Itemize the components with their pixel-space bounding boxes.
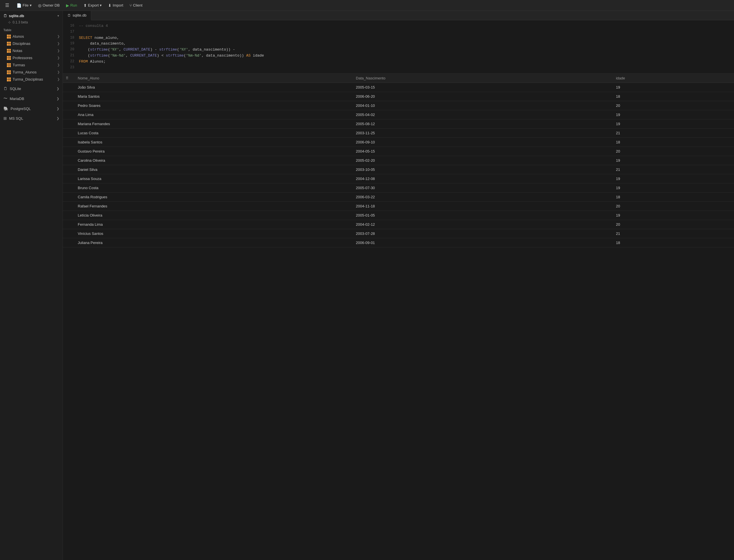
sidebar-sqlite-header[interactable]: 🗒 SQLite ❯: [0, 84, 63, 93]
sidebar-db-sqlitedb[interactable]: 🗒 sqlite.db ▾: [0, 11, 63, 20]
table-grid-icon: [7, 49, 11, 53]
cell-date: 2005-03-15: [351, 83, 611, 92]
cell-name: Juliana Pereira: [73, 238, 351, 247]
table-row: Lucas Costa 2003-11-25 21: [63, 129, 734, 138]
hamburger-icon: ☰: [5, 3, 9, 8]
cell-age: 19: [611, 119, 734, 129]
code-text-23: [79, 65, 81, 71]
ownerdb-menu[interactable]: ◎ Owner DB: [36, 2, 62, 9]
tab-sqlitedb[interactable]: 🗒 sqlite.db: [63, 11, 91, 20]
version-icon: ⊹: [8, 20, 11, 24]
sidebar-mariadb-header[interactable]: 〜 MariaDB ❯: [0, 94, 63, 103]
sidebar-group-mariadb: 〜 MariaDB ❯: [0, 94, 63, 103]
professores-chevron-icon: ❯: [57, 56, 60, 60]
table-row: Fernanda Lima 2004-02-12 20: [63, 220, 734, 229]
cell-rownum: [63, 211, 73, 220]
code-text-19: data_nascimento,: [79, 41, 126, 47]
table-section-label: Table: [0, 27, 63, 33]
cell-date: 2006-09-10: [351, 138, 611, 147]
run-button[interactable]: ▶ Run: [64, 2, 79, 9]
cell-rownum: [63, 156, 73, 165]
table-row: Carolina Oliveira 2005-02-20 19: [63, 156, 734, 165]
ownerdb-icon: ◎: [38, 3, 41, 8]
cell-age: 21: [611, 229, 734, 238]
code-line-16: 16 -- consulta 4: [63, 23, 734, 29]
cell-rownum: [63, 129, 73, 138]
disciplinas-chevron-icon: ❯: [57, 42, 60, 45]
sidebar-item-disciplinas[interactable]: Disciplinas ❯: [0, 40, 63, 47]
sidebar-item-professores[interactable]: Professores ❯: [0, 54, 63, 61]
tab-bar: 🗒 sqlite.db: [63, 11, 734, 20]
file-menu[interactable]: 📄 File ▾: [14, 2, 34, 9]
table-row: Pedro Soares 2004-01-10 20: [63, 101, 734, 110]
cell-age: 20: [611, 101, 734, 110]
cell-age: 20: [611, 202, 734, 211]
code-text-17: [79, 29, 81, 35]
cell-date: 2005-02-20: [351, 156, 611, 165]
hamburger-menu[interactable]: ☰: [3, 1, 13, 9]
sqlitedb-icon: 🗒: [3, 14, 7, 18]
cell-name: Mariana Fernandes: [73, 119, 351, 129]
client-icon: ⑂: [129, 3, 132, 8]
file-icon: 📄: [17, 3, 21, 8]
cell-rownum: [63, 238, 73, 247]
cell-date: 2003-10-05: [351, 165, 611, 174]
code-editor[interactable]: 16 -- consulta 4 17 18 SELECT nome_aluno…: [63, 20, 734, 74]
sidebar-mssql-header[interactable]: ⊞ MS SQL ❯: [0, 114, 63, 122]
mssql-chevron-icon: ❯: [57, 117, 59, 120]
export-icon: ⬆: [83, 3, 87, 8]
sqlitedb-chevron-icon: ▾: [57, 14, 59, 18]
cell-name: Ana Lima: [73, 110, 351, 119]
code-text-21: (strftime('%m-%d', CURRENT_DATE) < strft…: [79, 53, 264, 59]
cell-date: 2004-02-12: [351, 220, 611, 229]
export-menu[interactable]: ⬆ Export ▾: [81, 2, 104, 9]
sidebar-item-notas[interactable]: Notas ❯: [0, 47, 63, 54]
notas-chevron-icon: ❯: [57, 49, 60, 53]
cell-age: 19: [611, 174, 734, 183]
cell-age: 21: [611, 129, 734, 138]
sidebar-group-sqlite: 🗒 SQLite ❯: [0, 84, 63, 93]
file-arrow-icon: ▾: [30, 3, 32, 7]
import-icon: ⬇: [108, 3, 111, 8]
cell-age: 18: [611, 238, 734, 247]
table-row: Gustavo Pereira 2004-05-15 20: [63, 147, 734, 156]
cell-date: 2006-06-20: [351, 92, 611, 101]
sidebar-item-alunos[interactable]: Alunos ❯: [0, 33, 63, 40]
cell-age: 19: [611, 83, 734, 92]
code-text-20: (strftime('%Y', CURRENT_DATE) - strftime…: [79, 47, 235, 53]
import-menu[interactable]: ⬇ Import: [106, 2, 125, 9]
sidebar-group-sqlitedb: 🗒 sqlite.db ▾ ⊹ 0.1.3 beta Table Alunos …: [0, 11, 63, 83]
code-line-20: 20 (strftime('%Y', CURRENT_DATE) - strft…: [63, 47, 734, 53]
code-line-23: 23: [63, 65, 734, 71]
sidebar-item-turma-alunos[interactable]: Turma_Alunos ❯: [0, 69, 63, 76]
code-text-18: SELECT nome_aluno,: [79, 35, 119, 41]
cell-date: 2006-03-22: [351, 193, 611, 202]
cell-rownum: [63, 83, 73, 92]
cell-date: 2003-07-28: [351, 229, 611, 238]
client-menu[interactable]: ⑂ Client: [127, 2, 145, 9]
cell-rownum: [63, 165, 73, 174]
sqlite-label: SQLite: [10, 87, 21, 91]
cell-age: 20: [611, 147, 734, 156]
cell-date: 2005-01-05: [351, 211, 611, 220]
sidebar-postgresql-header[interactable]: 🐘 PostgreSQL ❯: [0, 104, 63, 113]
code-line-18: 18 SELECT nome_aluno,: [63, 35, 734, 41]
col-header-date: Data_Nascimento: [351, 74, 611, 83]
cell-age: 19: [611, 211, 734, 220]
table-grid-icon: [7, 56, 11, 60]
turmas-chevron-icon: ❯: [57, 63, 60, 67]
sidebar-item-turmas[interactable]: Turmas ❯: [0, 61, 63, 69]
cell-age: 19: [611, 156, 734, 165]
cell-rownum: [63, 138, 73, 147]
code-line-17: 17: [63, 29, 734, 35]
results-tbody: João Silva 2005-03-15 19 Maria Santos 20…: [63, 83, 734, 247]
cell-name: João Silva: [73, 83, 351, 92]
cell-date: 2004-05-15: [351, 147, 611, 156]
cell-date: 2005-08-12: [351, 119, 611, 129]
cell-date: 2004-01-10: [351, 101, 611, 110]
mariadb-label: MariaDB: [10, 97, 24, 101]
sidebar-item-turma-disciplinas[interactable]: Turma_Disciplinas ❯: [0, 76, 63, 83]
cell-rownum: [63, 147, 73, 156]
export-arrow-icon: ▾: [100, 3, 102, 7]
cell-name: Fernanda Lima: [73, 220, 351, 229]
